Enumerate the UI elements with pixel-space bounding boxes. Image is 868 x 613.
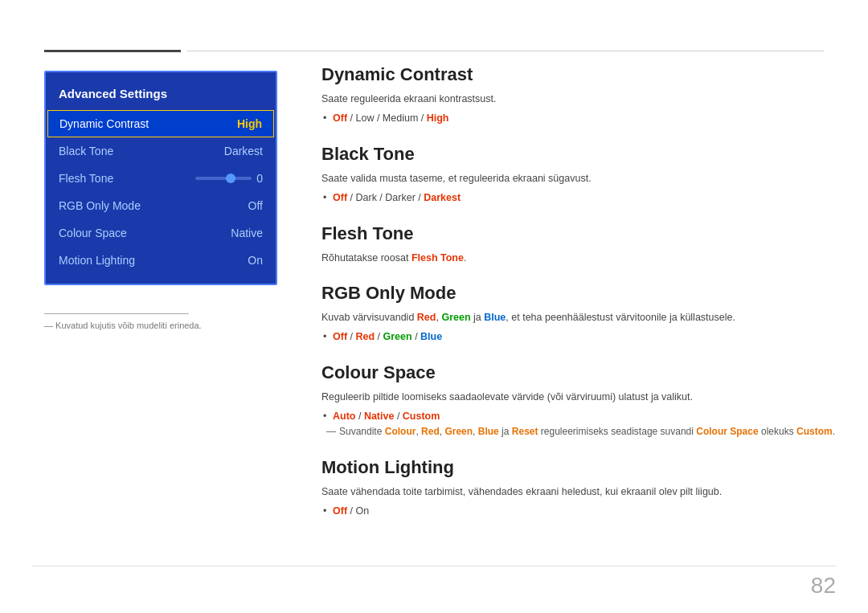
sidebar-item-rgb-only-mode[interactable]: RGB Only Mode Off [46, 192, 276, 219]
sidebar-item-label: Dynamic Contrast [59, 117, 149, 130]
section-title-colour-space: Colour Space [321, 362, 836, 383]
section-title-rgb-only-mode: RGB Only Mode [321, 283, 836, 304]
option-custom: Custom [403, 411, 440, 422]
sidebar-item-value: High [237, 117, 262, 130]
advanced-settings-panel: Advanced Settings Dynamic Contrast High … [44, 71, 277, 285]
section-title-black-tone: Black Tone [321, 144, 836, 165]
flesh-tone-slider-container: 0 [195, 172, 263, 185]
section-colour-space: Colour Space Reguleerib piltide loomisek… [321, 362, 836, 439]
option-off: Off [333, 112, 347, 124]
sidebar-item-black-tone[interactable]: Black Tone Darkest [46, 137, 276, 165]
section-desc-flesh-tone: Rõhutatakse roosat Flesh Tone. [321, 251, 836, 266]
section-motion-lighting: Motion Lighting Saate vähendada toite ta… [321, 457, 836, 519]
option-darker: Darker [385, 192, 416, 203]
top-bar [0, 50, 868, 52]
section-title-motion-lighting: Motion Lighting [321, 457, 836, 478]
section-desc-dynamic-contrast: Saate reguleerida ekraani kontrastsust. [321, 92, 836, 107]
section-flesh-tone: Flesh Tone Rõhutatakse roosat Flesh Tone… [321, 223, 836, 266]
bottom-divider [32, 566, 836, 566]
sidebar-note: — Kuvatud kujutis võib mudeliti erineda. [44, 313, 245, 330]
option-medium: Medium [383, 112, 418, 124]
option-blue: Blue [420, 331, 442, 342]
section-desc-black-tone: Saate valida musta taseme, et reguleerid… [321, 171, 836, 186]
slider-track[interactable] [195, 177, 252, 180]
sidebar-item-label: Flesh Tone [59, 172, 113, 185]
section-dynamic-contrast: Dynamic Contrast Saate reguleerida ekraa… [321, 64, 836, 126]
sidebar-item-dynamic-contrast[interactable]: Dynamic Contrast High [47, 110, 274, 137]
section-rgb-only-mode: RGB Only Mode Kuvab värvisuvandid Red, G… [321, 283, 836, 345]
sidebar-item-label: Black Tone [59, 145, 113, 157]
section-desc-motion-lighting: Saate vähendada toite tarbimist, vähenda… [321, 484, 836, 500]
sidebar-item-label: Colour Space [59, 227, 127, 239]
sidebar-item-value: Darkest [224, 145, 263, 157]
option-darkest: Darkest [424, 192, 461, 203]
dash-colour-space: Suvandite Colour, Red, Green, Blue ja Re… [321, 424, 836, 439]
sidebar-item-value: Native [231, 227, 263, 239]
sidebar-item-motion-lighting[interactable]: Motion Lighting On [46, 247, 276, 274]
bullet-rgb-only-mode: Off / Red / Green / Blue [321, 329, 836, 345]
option-off: Off [333, 331, 347, 342]
top-bar-dark-line [44, 50, 181, 52]
sidebar-item-label: Motion Lighting [59, 254, 135, 267]
section-desc-colour-space: Reguleerib piltide loomiseks saadaolevat… [321, 390, 836, 405]
sidebar-item-value: On [248, 254, 263, 267]
option-auto: Auto [333, 411, 355, 422]
slider-thumb [226, 174, 235, 183]
note-divider [44, 313, 189, 314]
page-number: 82 [811, 573, 836, 599]
option-dark: Dark [355, 192, 376, 203]
option-high: High [427, 112, 449, 124]
sidebar-item-flesh-tone[interactable]: Flesh Tone 0 [46, 165, 276, 192]
option-off: Off [333, 192, 347, 203]
section-desc-rgb-only-mode: Kuvab värvisuvandid Red, Green ja Blue, … [321, 310, 836, 325]
bullet-dynamic-contrast: Off / Low / Medium / High [321, 110, 836, 126]
sidebar-item-colour-space[interactable]: Colour Space Native [46, 219, 276, 247]
option-low: Low [355, 112, 374, 124]
bullet-colour-space: Auto / Native / Custom [321, 408, 836, 424]
sidebar-item-label: RGB Only Mode [59, 199, 141, 212]
sidebar-title: Advanced Settings [46, 82, 276, 110]
section-black-tone: Black Tone Saate valida musta taseme, et… [321, 144, 836, 206]
flesh-tone-highlight: Flesh Tone [411, 252, 464, 264]
option-off: Off [333, 505, 347, 517]
bullet-black-tone: Off / Dark / Darker / Darkest [321, 190, 836, 206]
sidebar-item-value: Off [248, 199, 263, 212]
option-native: Native [364, 411, 395, 422]
section-title-dynamic-contrast: Dynamic Contrast [321, 64, 836, 85]
section-title-flesh-tone: Flesh Tone [321, 223, 836, 244]
option-red: Red [355, 331, 375, 342]
top-bar-light-line [187, 51, 824, 51]
option-green: Green [383, 331, 412, 342]
main-content: Dynamic Contrast Saate reguleerida ekraa… [321, 64, 836, 581]
flesh-tone-value: 0 [256, 172, 263, 185]
option-on: On [355, 505, 369, 517]
bullet-motion-lighting: Off / On [321, 503, 836, 519]
note-text: — Kuvatud kujutis võib mudeliti erineda. [44, 321, 245, 330]
